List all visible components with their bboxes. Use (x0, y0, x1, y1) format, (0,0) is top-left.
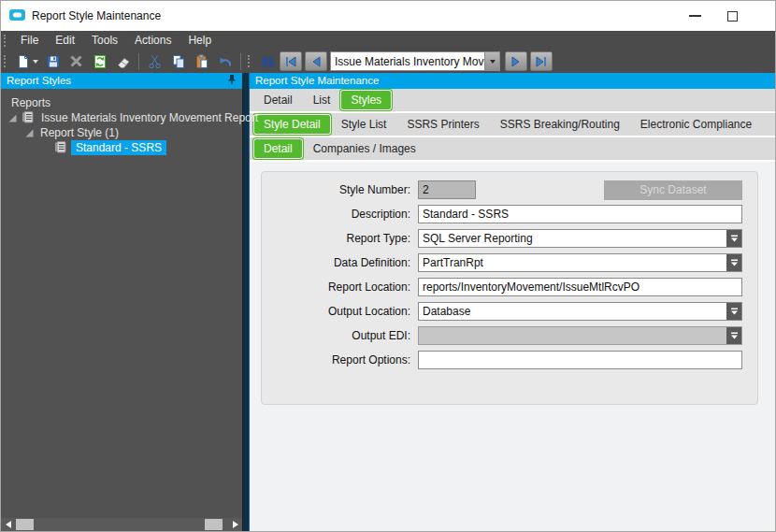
first-record-button[interactable] (280, 51, 302, 71)
report-styles-panel: Report Styles Reports Issue Materials In… (1, 73, 242, 531)
tree-node-report-style[interactable]: Report Style (1) (1, 125, 242, 140)
expanded-triangle-icon[interactable] (8, 114, 17, 122)
left-panel-header: Report Styles (1, 73, 242, 89)
scrollbar-thumb[interactable] (16, 519, 34, 530)
paste-button[interactable] (190, 51, 213, 72)
first-record-icon (284, 56, 297, 67)
minimize-icon (689, 15, 701, 17)
tab-styles[interactable]: Styles (340, 90, 392, 110)
report-type-label: Report Type: (262, 232, 418, 245)
scroll-right-icon[interactable] (233, 521, 238, 528)
title-bar: Report Style Maintenance (1, 1, 775, 31)
tab-ssrs-breaking-routing[interactable]: SSRS Breaking/Routing (490, 114, 630, 135)
tree-node-label: Issue Materials Inventory Movement Repor… (38, 111, 261, 124)
form-row-report-type: Report Type: (262, 226, 746, 251)
tree-node-reports[interactable]: Reports (1, 95, 242, 110)
menu-file[interactable]: File (12, 32, 47, 49)
app-window: Report Style Maintenance File Edit Tools… (0, 0, 776, 532)
menubar-grip[interactable] (4, 35, 7, 47)
scrollbar-block[interactable] (205, 519, 223, 530)
sync-dataset-button[interactable]: Sync Dataset (604, 180, 742, 200)
minimize-button[interactable] (676, 1, 713, 31)
cut-button[interactable] (143, 51, 166, 72)
style-number-field[interactable] (418, 180, 476, 199)
undo-arrow-icon (218, 54, 233, 69)
pin-icon[interactable] (227, 74, 237, 87)
tab-ssrs-printers[interactable]: SSRS Printers (396, 114, 489, 135)
delete-x-icon (69, 54, 83, 68)
form-row-report-location: Report Location: (262, 275, 746, 299)
toolbar-grip[interactable] (4, 55, 7, 67)
report-options-field[interactable] (418, 351, 742, 369)
report-icon (53, 140, 67, 156)
output-location-dropdown-button[interactable] (726, 303, 741, 320)
style-detail-content: Style Number: Sync Dataset Description: (250, 162, 775, 531)
output-location-combo[interactable] (418, 302, 742, 321)
chevron-down-icon (730, 259, 739, 266)
scroll-left-icon[interactable] (6, 521, 11, 528)
window-title: Report Style Maintenance (32, 9, 161, 22)
next-record-icon (510, 56, 522, 67)
record-selector-dropdown-button[interactable] (484, 52, 499, 70)
report-options-label: Report Options: (262, 353, 418, 367)
tab-style-detail[interactable]: Style Detail (253, 114, 331, 135)
style-detail-form: Style Number: Sync Dataset Description: (261, 171, 758, 405)
refresh-icon (93, 54, 108, 69)
maximize-icon (727, 11, 738, 22)
find-button[interactable] (256, 51, 280, 72)
tree-node-report[interactable]: Issue Materials Inventory Movement Repor… (1, 110, 242, 125)
output-edi-dropdown-button[interactable] (726, 327, 741, 344)
save-button[interactable] (41, 51, 65, 72)
tab-style-list[interactable]: Style List (331, 114, 397, 135)
chevron-down-icon (730, 308, 739, 315)
tab-list[interactable]: List (303, 90, 341, 110)
last-record-icon (535, 56, 548, 67)
tab-electronic-compliance[interactable]: Electronic Compliance (630, 114, 762, 135)
maximize-button[interactable] (713, 1, 751, 31)
tab-detail[interactable]: Detail (253, 90, 303, 110)
tab-row-level2: Style Detail Style List SSRS Printers SS… (250, 113, 775, 137)
new-button[interactable] (12, 51, 41, 72)
menu-actions[interactable]: Actions (126, 32, 180, 49)
tab-style-detail-detail[interactable]: Detail (253, 138, 303, 159)
tab-row-level1: Detail List Styles (250, 89, 775, 113)
form-row-data-definition: Data Definition: (262, 251, 746, 275)
tab-companies-images[interactable]: Companies / Images (303, 138, 426, 159)
data-definition-value[interactable] (419, 254, 726, 271)
chevron-down-icon (490, 60, 496, 64)
data-definition-dropdown-button[interactable] (726, 254, 741, 271)
panel-splitter[interactable] (242, 73, 250, 531)
copy-button[interactable] (166, 51, 190, 72)
tree-node-label: Reports (8, 96, 53, 109)
data-definition-combo[interactable] (418, 253, 742, 272)
report-type-dropdown-button[interactable] (726, 230, 741, 247)
report-type-value[interactable] (419, 230, 726, 247)
undo-button[interactable] (213, 51, 237, 72)
report-type-combo[interactable] (418, 229, 742, 248)
tree-node-standard-ssrs[interactable]: Standard - SSRS (1, 140, 242, 155)
tab-row-level3: Detail Companies / Images (250, 137, 775, 162)
menu-help[interactable]: Help (180, 32, 220, 49)
last-record-button[interactable] (530, 51, 553, 71)
refresh-button[interactable] (88, 51, 111, 72)
delete-button[interactable] (65, 51, 88, 72)
horizontal-scrollbar[interactable] (1, 518, 242, 531)
next-record-button[interactable] (505, 51, 527, 71)
output-location-value[interactable] (419, 303, 726, 320)
previous-record-button[interactable] (305, 51, 327, 71)
cut-scissors-icon (148, 54, 162, 69)
previous-record-icon (310, 56, 322, 67)
record-selector-combo[interactable]: Issue Materials Inventory Movem (330, 51, 500, 71)
menu-tools[interactable]: Tools (83, 32, 126, 49)
left-panel-title: Report Styles (7, 75, 71, 86)
clear-button[interactable] (111, 51, 135, 72)
data-definition-label: Data Definition: (262, 256, 418, 269)
menu-edit[interactable]: Edit (47, 32, 83, 49)
expanded-triangle-icon[interactable] (25, 129, 34, 137)
toolbar-grip-2[interactable] (248, 55, 251, 67)
report-location-field[interactable] (418, 278, 742, 296)
style-number-label: Style Number: (262, 183, 418, 196)
report-style-maintenance-panel: Report Style Maintenance Detail List Sty… (250, 73, 775, 531)
description-field[interactable] (418, 205, 742, 223)
report-location-label: Report Location: (262, 280, 418, 294)
